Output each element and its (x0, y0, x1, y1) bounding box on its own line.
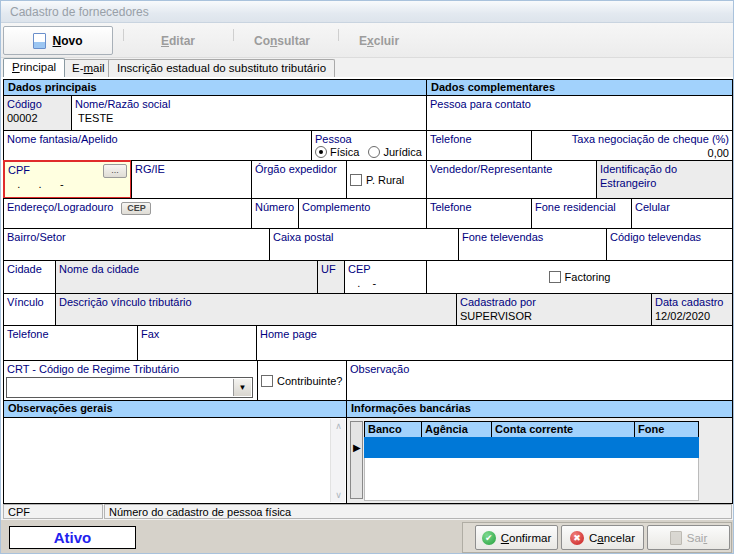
field-rg-ie[interactable]: RG/IE (131, 160, 252, 199)
pessoa-label: Pessoa (315, 132, 423, 146)
field-complemento[interactable]: Complemento (298, 198, 427, 229)
contribuinte-checkbox[interactable]: Contribuinte? (261, 375, 342, 387)
chevron-down-icon[interactable]: ▼ (233, 379, 251, 396)
field-pessoa-para-contato[interactable]: Pessoa para contato (426, 95, 733, 131)
footer: Ativo ✔ Confirmar ✖ Cancelar Sair (1, 520, 734, 554)
scroll-up-icon[interactable]: ∧ (331, 419, 346, 433)
field-data-cadastro: Data cadastro 12/02/2020 (651, 293, 733, 326)
bairro-label: Bairro/Setor (7, 230, 266, 244)
consultar-label: Consultar (254, 34, 310, 48)
field-vendedor[interactable]: Vendedor/Representante (426, 160, 597, 199)
section-informacoes-bancarias: Informações bancárias (346, 400, 733, 418)
textarea-scrollbar[interactable]: ∧ ∨ (330, 419, 345, 502)
caixa-postal-label: Caixa postal (273, 230, 455, 244)
crt-label: CRT - Código de Regime Tributário (7, 362, 254, 376)
vendedor-label: Vendedor/Representante (430, 162, 593, 176)
scroll-down-icon[interactable]: ∨ (331, 488, 346, 502)
field-nome-fantasia[interactable]: Nome fantasia/Apelido (3, 130, 312, 161)
field-contribuinte: Contribuinte? (257, 360, 347, 401)
novo-label: Novo (52, 34, 82, 48)
data-cadastro-value: 12/02/2020 (655, 309, 729, 323)
codigo-value: 00002 (7, 111, 68, 125)
field-numero[interactable]: Número (251, 198, 299, 229)
confirmar-button[interactable]: ✔ Confirmar (475, 525, 558, 550)
section-dados-principais: Dados principais (3, 79, 427, 96)
field-observacao[interactable]: Observação (346, 360, 733, 401)
crt-combobox[interactable]: ▼ (6, 377, 253, 398)
radio-fisica[interactable]: Física (315, 146, 359, 158)
tab-principal[interactable]: Principal (3, 58, 65, 77)
tab-inscricao-estadual[interactable]: Inscrição estadual do substituto tributá… (108, 59, 335, 77)
grid-header-conta-corrente[interactable]: Conta corrente (491, 421, 635, 438)
cancelar-button[interactable]: ✖ Cancelar (561, 525, 644, 550)
pessoa-contato-label: Pessoa para contato (430, 97, 729, 111)
field-fone-televendas[interactable]: Fone televendas (458, 228, 607, 261)
grid-header-fone[interactable]: Fone (634, 421, 699, 438)
id-estrangeiro-label: Identificação do Estrangeiro (600, 162, 729, 190)
grid-header-agencia[interactable]: Agência (421, 421, 492, 438)
field-telefone3[interactable]: Telefone (3, 325, 138, 361)
telefone3-label: Telefone (7, 327, 134, 341)
observacao-label: Observação (350, 362, 729, 376)
section-observacoes-gerais: Observações gerais (3, 400, 347, 418)
grid-selected-row[interactable] (364, 437, 699, 458)
data-cadastro-label: Data cadastro (655, 295, 729, 309)
nome-razao-label: Nome/Razão social (75, 97, 423, 111)
new-document-icon (33, 33, 46, 49)
field-telefone-complementar[interactable]: Telefone (426, 130, 532, 161)
section-dados-complementares: Dados complementares (426, 79, 733, 96)
novo-button[interactable]: Novo (3, 26, 113, 55)
grid-indicator-column (350, 421, 363, 499)
field-fax[interactable]: Fax (137, 325, 257, 361)
nome-fantasia-label: Nome fantasia/Apelido (7, 132, 308, 146)
confirmar-label: Confirmar (501, 532, 552, 544)
toolbar: Novo Editar Consultar Excluir (1, 23, 734, 58)
editar-button[interactable]: Editar (151, 26, 205, 55)
complemento-label: Complemento (302, 200, 423, 214)
codigo-label: Código (7, 97, 68, 111)
contribuinte-checkbox-icon (261, 375, 273, 387)
tab-email[interactable]: E-mail (63, 59, 114, 77)
field-telefone-endereco[interactable]: Telefone (426, 198, 532, 229)
factoring-checkbox-icon (549, 271, 561, 283)
radio-juridica[interactable]: Jurídica (368, 146, 422, 158)
field-fone-residencial[interactable]: Fone residencial (531, 198, 632, 229)
field-endereco[interactable]: Endereço/Logradouro CEP (3, 198, 252, 229)
field-vinculo-descricao: Descrição vínculo tributário (55, 293, 457, 326)
cancelar-label: Cancelar (589, 532, 635, 544)
factoring-checkbox[interactable]: Factoring (549, 271, 611, 283)
field-cadastrado-por: Cadastrado por SUPERVISOR (456, 293, 652, 326)
cadastrado-por-label: Cadastrado por (460, 295, 648, 309)
field-home-page[interactable]: Home page (256, 325, 733, 361)
cep-label: CEP (348, 262, 423, 276)
current-row-arrow-icon: ▶ (353, 442, 361, 453)
field-taxa-negociacao[interactable]: Taxa negociação de cheque (%) 0,00 (531, 130, 733, 161)
field-caixa-postal[interactable]: Caixa postal (269, 228, 459, 261)
field-cpf[interactable]: CPF ... . . - (3, 160, 132, 199)
sair-button[interactable]: Sair (647, 525, 730, 550)
consultar-button[interactable]: Consultar (244, 26, 320, 55)
field-nome-razao-social[interactable]: Nome/Razão social TESTE (71, 95, 427, 131)
radio-fisica-icon (315, 146, 327, 158)
radio-juridica-icon (368, 146, 380, 158)
field-bairro[interactable]: Bairro/Setor (3, 228, 270, 261)
p-rural-checkbox[interactable]: P. Rural (350, 174, 423, 186)
cadastro-fornecedores-window: Cadastro de fornecedores Novo Editar Con… (0, 0, 734, 554)
cpf-lookup-button[interactable]: ... (103, 164, 127, 178)
cep-search-button[interactable]: CEP (121, 202, 151, 215)
toolbar-separator (338, 29, 339, 41)
nome-razao-value: TESTE (75, 111, 423, 125)
field-celular[interactable]: Celular (631, 198, 733, 229)
observacoes-gerais-textarea[interactable]: ∧ ∨ (3, 417, 347, 504)
codigo-televendas-label: Código televendas (610, 230, 729, 244)
field-cep[interactable]: CEP . - (344, 260, 427, 294)
grid-header-banco[interactable]: Banco (364, 421, 422, 438)
excluir-button[interactable]: Excluir (349, 26, 409, 55)
field-orgao-expedidor[interactable]: Órgão expedidor (251, 160, 347, 199)
field-cidade-nome: Nome da cidade (55, 260, 318, 294)
field-uf: UF (317, 260, 345, 294)
field-codigo-televendas[interactable]: Código televendas (606, 228, 733, 261)
status-field-name: CPF (3, 504, 103, 519)
cidade-label: Cidade (7, 262, 52, 276)
grid-body (364, 458, 699, 501)
